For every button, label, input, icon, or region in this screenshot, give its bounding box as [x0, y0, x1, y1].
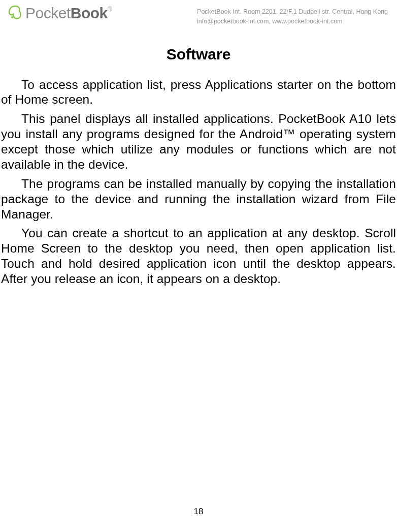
page-content: Software To access application list, pre…: [0, 46, 397, 287]
logo-word-book: Book: [71, 5, 108, 21]
company-address: PocketBook Int. Room 2201, 22/F.1 Duddel…: [197, 4, 391, 26]
logo-text: PocketBook®: [25, 5, 112, 22]
address-line-1: PocketBook Int. Room 2201, 22/F.1 Duddel…: [197, 7, 388, 17]
logo: PocketBook®: [6, 4, 112, 22]
paragraph-2: This panel displays all installed applic…: [1, 111, 396, 172]
paragraph-3: The programs can be installed manually b…: [1, 176, 396, 222]
logo-registered-mark: ®: [108, 6, 112, 13]
logo-icon: [6, 4, 24, 22]
paragraph-4: You can create a shortcut to an applicat…: [1, 226, 396, 287]
svg-point-0: [11, 16, 13, 18]
paragraph-1: To access application list, press Applic…: [1, 77, 396, 108]
address-line-2: info@pocketbook-int.com, www.pocketbook-…: [197, 17, 388, 26]
page-number: 18: [0, 507, 397, 517]
page-header: PocketBook® PocketBook Int. Room 2201, 2…: [0, 0, 397, 26]
logo-word-pocket: Pocket: [25, 5, 71, 21]
page-title: Software: [1, 46, 396, 63]
